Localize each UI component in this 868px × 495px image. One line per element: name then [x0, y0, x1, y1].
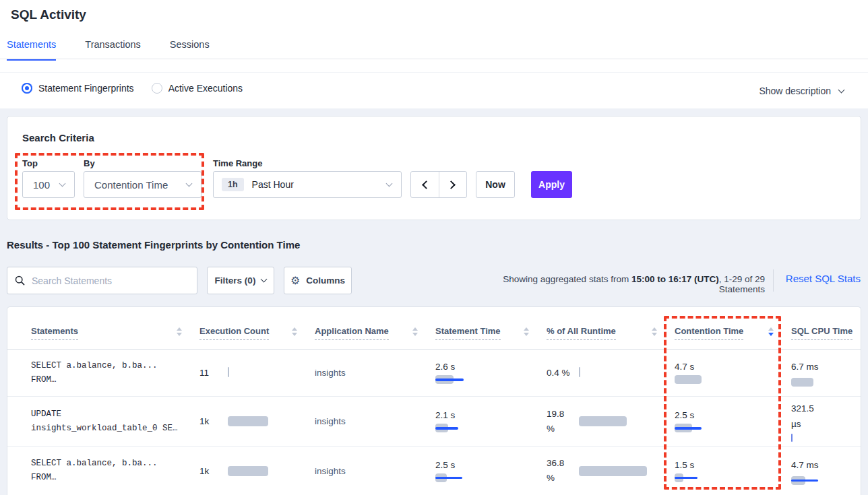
runtime-pct-value: 19.8 % — [547, 407, 574, 436]
radio-statement-fingerprints[interactable]: Statement Fingerprints — [22, 83, 134, 94]
contention-time-cell: 4.7 s — [675, 362, 791, 384]
column-header-statements[interactable]: Statements — [31, 326, 199, 340]
execution-count-value: 1k — [199, 416, 228, 426]
show-description-label: Show description — [759, 86, 831, 96]
statement-time-value: 2.5 s — [435, 460, 526, 470]
sort-icon[interactable] — [177, 327, 182, 336]
gear-icon: ⚙ — [290, 275, 300, 286]
columns-button-label: Columns — [306, 275, 345, 286]
columns-button[interactable]: ⚙ Columns — [284, 267, 352, 294]
sql-cpu-time-cell: 321.5 µs — [791, 401, 861, 442]
column-header-statement-time[interactable]: Statement Time — [435, 326, 547, 340]
contention-time-cell: 1.5 s — [675, 460, 791, 482]
view-toggle-group: Statement Fingerprints Active Executions — [22, 83, 243, 94]
time-range-select[interactable]: 1h Past Hour — [213, 171, 402, 198]
runtime-pct-bar — [579, 466, 647, 476]
runtime-pct-value: 0.4 % — [547, 366, 574, 381]
time-range-prev-button[interactable] — [411, 172, 439, 197]
execution-count-bar — [228, 466, 268, 476]
sort-icon[interactable] — [412, 327, 418, 336]
tab-statements[interactable]: Statements — [7, 39, 56, 61]
radio-active-executions[interactable]: Active Executions — [152, 83, 243, 94]
chevron-right-icon — [447, 180, 456, 189]
column-header-contention-time[interactable]: Contention Time — [675, 326, 791, 340]
column-header-label: Statements — [31, 326, 78, 340]
reset-sql-stats-link[interactable]: Reset SQL Stats — [786, 273, 861, 284]
view-toggle-bar: Statement Fingerprints Active Executions… — [0, 72, 868, 108]
contention-time-value: 2.5 s — [675, 410, 771, 420]
search-criteria-card: Search Criteria Top 100 By Contention Ti… — [7, 116, 861, 220]
runtime-pct-bar — [579, 416, 627, 426]
sql-cpu-time-value: 6.7 ms — [791, 359, 824, 374]
time-range-label: Time Range — [213, 158, 262, 168]
column-header-label: Contention Time — [675, 326, 743, 340]
now-button[interactable]: Now — [476, 171, 515, 198]
statements-table: Statements Execution Count Application N… — [7, 306, 861, 495]
time-range-step-group — [410, 171, 467, 198]
radio-active-executions-label: Active Executions — [168, 83, 243, 94]
chevron-down-icon — [59, 180, 66, 187]
column-header-sql-cpu-time[interactable]: SQL CPU Time — [791, 326, 861, 340]
runtime-pct-bar — [579, 367, 580, 377]
tab-bar: Statements Transactions Sessions — [7, 39, 210, 61]
tab-bar-divider — [0, 59, 868, 59]
execution-count-bar — [228, 416, 268, 426]
table-row: UPDATEinsights_workload_table_0 SE… 1k i… — [7, 396, 861, 446]
execution-count-cell: 1k — [199, 416, 315, 426]
tab-transactions[interactable]: Transactions — [85, 39, 140, 61]
aggregated-stats-text: Showing aggregated stats from 15:00 to 1… — [464, 274, 765, 294]
statement-link[interactable]: SELECT a.balance, b.ba...FROM… — [31, 457, 199, 485]
runtime-pct-cell: 0.4 % — [547, 366, 675, 381]
results-heading: Results - Top 100 Statement Fingerprints… — [7, 239, 300, 251]
column-header-label: Application Name — [315, 326, 389, 340]
stats-divider — [773, 269, 774, 292]
radio-selected-icon[interactable] — [22, 83, 32, 94]
execution-count-value: 1k — [199, 466, 228, 476]
column-header-runtime-pct[interactable]: % of All Runtime — [547, 326, 675, 340]
statement-time-value: 2.6 s — [435, 362, 526, 372]
stats-suffix: , 1-29 of 29 Statements — [719, 274, 765, 294]
column-header-execution-count[interactable]: Execution Count — [199, 326, 315, 340]
sort-icon[interactable] — [652, 327, 657, 336]
chevron-down-icon — [261, 276, 268, 283]
by-label: By — [84, 158, 95, 168]
sql-cpu-time-value: 4.7 ms — [791, 457, 824, 473]
radio-unselected-icon[interactable] — [152, 83, 162, 94]
sql-cpu-time-cell: 4.7 ms — [791, 457, 861, 485]
chevron-down-icon — [186, 180, 193, 187]
apply-button[interactable]: Apply — [531, 171, 572, 198]
column-header-label: SQL CPU Time — [791, 326, 852, 340]
sort-icon-active-desc[interactable] — [768, 327, 774, 336]
filters-button[interactable]: Filters (0) — [207, 267, 274, 294]
statement-link[interactable]: SELECT a.balance, b.ba...FROM… — [31, 359, 199, 387]
application-name-value: insights — [315, 416, 435, 426]
sql-cpu-time-cell: 6.7 ms — [791, 359, 861, 387]
sql-cpu-time-value: 321.5 µs — [791, 401, 824, 432]
time-range-value: Past Hour — [252, 179, 294, 190]
sort-icon[interactable] — [292, 327, 297, 336]
chevron-down-icon — [386, 180, 393, 187]
application-name-value: insights — [315, 466, 435, 476]
by-select[interactable]: Contention Time — [84, 171, 202, 198]
time-range-next-button[interactable] — [439, 172, 467, 197]
table-row: SELECT a.balance, b.ba...FROM… 1k insigh… — [7, 446, 861, 495]
chevron-left-icon — [422, 180, 431, 189]
stats-prefix: Showing aggregated stats from — [503, 274, 631, 284]
runtime-pct-cell: 19.8 % — [547, 407, 675, 436]
sort-icon[interactable] — [524, 327, 529, 336]
filters-button-label: Filters (0) — [215, 275, 256, 286]
search-statements-input[interactable] — [7, 267, 197, 294]
top-select[interactable]: 100 — [22, 171, 75, 198]
top-label: Top — [22, 158, 38, 168]
radio-statement-fingerprints-label: Statement Fingerprints — [38, 83, 134, 94]
column-header-application-name[interactable]: Application Name — [315, 326, 435, 340]
stats-time-range: 15:00 to 16:17 (UTC) — [631, 274, 719, 284]
show-description-toggle[interactable]: Show description — [759, 86, 844, 96]
tab-sessions[interactable]: Sessions — [170, 39, 210, 61]
column-header-label: % of All Runtime — [547, 326, 616, 340]
statement-link[interactable]: UPDATEinsights_workload_table_0 SE… — [31, 407, 199, 436]
column-header-label: Execution Count — [199, 326, 269, 340]
statement-time-cell: 2.1 s — [435, 410, 547, 432]
execution-count-cell: 11 — [199, 368, 315, 378]
column-header-label: Statement Time — [435, 326, 501, 340]
